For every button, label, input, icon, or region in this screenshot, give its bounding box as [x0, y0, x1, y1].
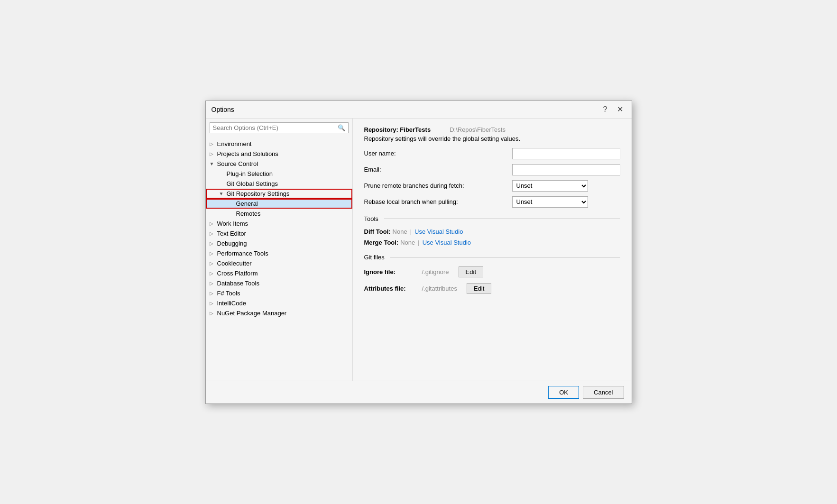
tree-item-cross-platform[interactable]: ▷Cross Platform — [206, 268, 352, 278]
username-label: User name: — [364, 150, 506, 157]
tree-label-plugin-selection: Plug-in Selection — [227, 170, 349, 177]
diff-sep: | — [410, 228, 412, 235]
close-button[interactable]: ✕ — [614, 105, 626, 114]
tree-item-cookiecutter[interactable]: ▷Cookiecutter — [206, 258, 352, 268]
tree-item-nuget-manager[interactable]: ▷NuGet Package Manager — [206, 308, 352, 318]
tree-label-cookiecutter: Cookiecutter — [217, 260, 349, 267]
repo-subtitle: Repository settings will override the gl… — [364, 135, 620, 142]
tree-item-source-control[interactable]: ▼Source Control — [206, 159, 352, 169]
title-bar-actions: ? ✕ — [600, 105, 626, 114]
attrs-file-label: Attributes file: — [364, 285, 416, 292]
username-row: User name: — [364, 148, 620, 159]
left-panel: 🔍 ▷Environment▷Projects and Solutions▼So… — [206, 119, 353, 381]
prune-select[interactable]: UnsetTrueFalse — [512, 180, 588, 192]
tree-label-source-control: Source Control — [217, 160, 349, 167]
tree-label-git-repository-settings: Git Repository Settings — [227, 190, 349, 197]
tree-arrow-database-tools: ▷ — [210, 281, 217, 286]
help-button[interactable]: ? — [600, 105, 610, 114]
diff-use-vs-link[interactable]: Use Visual Studio — [414, 228, 463, 235]
tree-arrow-source-control: ▼ — [210, 161, 217, 166]
ignore-file-value: /.gitignore — [422, 268, 449, 275]
merge-tool-label: Merge Tool: — [364, 239, 399, 246]
email-input[interactable] — [512, 164, 620, 175]
tree-arrow-work-items: ▷ — [210, 221, 217, 226]
ignore-file-row: Ignore file: /.gitignore Edit — [364, 266, 620, 277]
dialog-footer: OK Cancel — [206, 381, 632, 403]
tree-arrow-text-editor: ▷ — [210, 231, 217, 236]
dialog-body: 🔍 ▷Environment▷Projects and Solutions▼So… — [206, 119, 632, 381]
dialog-title: Options — [212, 106, 234, 113]
tree-label-general: General — [236, 200, 349, 207]
tree-item-fsharp-tools[interactable]: ▷F# Tools — [206, 288, 352, 298]
tree-label-debugging: Debugging — [217, 240, 349, 247]
tree-item-general[interactable]: General — [206, 199, 352, 209]
tree-label-cross-platform: Cross Platform — [217, 270, 349, 277]
tree-label-work-items: Work Items — [217, 220, 349, 227]
tree-item-intellicode[interactable]: ▷IntelliCode — [206, 298, 352, 308]
tree-arrow-cross-platform: ▷ — [210, 271, 217, 276]
tree-item-git-global-settings[interactable]: Git Global Settings — [206, 179, 352, 189]
merge-sep: | — [418, 239, 419, 246]
rebase-label: Rebase local branch when pulling: — [364, 198, 506, 205]
tree-item-projects-solutions[interactable]: ▷Projects and Solutions — [206, 149, 352, 159]
tree-item-database-tools[interactable]: ▷Database Tools — [206, 278, 352, 288]
attrs-file-value: /.gitattributes — [422, 285, 457, 292]
tree-arrow-environment: ▷ — [210, 141, 217, 147]
tree-label-nuget-manager: NuGet Package Manager — [217, 310, 349, 317]
tree-label-git-global-settings: Git Global Settings — [227, 180, 349, 187]
tree-arrow-fsharp-tools: ▷ — [210, 291, 217, 296]
tree-label-database-tools: Database Tools — [217, 280, 349, 287]
tree-label-remotes: Remotes — [236, 210, 349, 217]
tree-label-text-editor: Text Editor — [217, 230, 349, 237]
tree-label-environment: Environment — [217, 140, 349, 147]
title-bar: Options ? ✕ — [206, 101, 632, 119]
ignore-file-label: Ignore file: — [364, 268, 416, 275]
tree-arrow-performance-tools: ▷ — [210, 251, 217, 256]
email-label: Email: — [364, 166, 506, 173]
right-panel: Repository: FiberTests D:\Repos\FiberTes… — [353, 119, 632, 381]
options-dialog: Options ? ✕ 🔍 ▷Environment▷Projects and … — [205, 101, 632, 404]
tree-item-performance-tools[interactable]: ▷Performance Tools — [206, 248, 352, 258]
ignore-edit-button[interactable]: Edit — [459, 266, 483, 277]
repo-name: Repository: FiberTests — [364, 126, 431, 133]
repo-header: Repository: FiberTests D:\Repos\FiberTes… — [364, 126, 620, 142]
rebase-row: Rebase local branch when pulling: UnsetT… — [364, 196, 620, 208]
search-input[interactable] — [213, 124, 338, 131]
tree-item-work-items[interactable]: ▷Work Items — [206, 219, 352, 229]
ok-button[interactable]: OK — [548, 386, 579, 399]
cancel-button[interactable]: Cancel — [583, 386, 624, 399]
tree-arrow-projects-solutions: ▷ — [210, 151, 217, 156]
search-box[interactable]: 🔍 — [210, 122, 349, 133]
diff-tool-label: Diff Tool: — [364, 228, 391, 235]
tree-item-remotes[interactable]: Remotes — [206, 209, 352, 219]
tree-arrow-git-repository-settings: ▼ — [219, 191, 227, 196]
prune-row: Prune remote branches during fetch: Unse… — [364, 180, 620, 192]
tree-arrow-debugging: ▷ — [210, 241, 217, 246]
merge-tool-row: Merge Tool: None | Use Visual Studio — [364, 239, 620, 246]
tree-arrow-intellicode: ▷ — [210, 301, 217, 306]
prune-label: Prune remote branches during fetch: — [364, 182, 506, 189]
email-row: Email: — [364, 164, 620, 175]
tree-label-projects-solutions: Projects and Solutions — [217, 150, 349, 157]
diff-tool-value: None — [393, 228, 407, 235]
tree-item-plugin-selection[interactable]: Plug-in Selection — [206, 169, 352, 179]
tree-panel: ▷Environment▷Projects and Solutions▼Sour… — [206, 137, 352, 381]
rebase-select[interactable]: UnsetTrueFalse — [512, 196, 588, 208]
username-input[interactable] — [512, 148, 620, 159]
tree-item-debugging[interactable]: ▷Debugging — [206, 238, 352, 248]
tools-section-header: Tools — [364, 215, 620, 222]
search-icon: 🔍 — [338, 124, 345, 131]
tree-label-performance-tools: Performance Tools — [217, 250, 349, 257]
tree-item-environment[interactable]: ▷Environment — [206, 139, 352, 149]
tree-item-text-editor[interactable]: ▷Text Editor — [206, 229, 352, 238]
tree-arrow-nuget-manager: ▷ — [210, 311, 217, 316]
git-files-section-header: Git files — [364, 254, 620, 261]
repo-path: D:\Repos\FiberTests — [450, 126, 506, 133]
tree-arrow-cookiecutter: ▷ — [210, 261, 217, 266]
repo-title-line: Repository: FiberTests D:\Repos\FiberTes… — [364, 126, 620, 133]
attrs-edit-button[interactable]: Edit — [467, 283, 491, 294]
merge-use-vs-link[interactable]: Use Visual Studio — [423, 239, 471, 246]
attrs-file-row: Attributes file: /.gitattributes Edit — [364, 283, 620, 294]
tree-item-git-repository-settings[interactable]: ▼Git Repository Settings — [206, 189, 352, 199]
diff-tool-row: Diff Tool: None | Use Visual Studio — [364, 228, 620, 235]
